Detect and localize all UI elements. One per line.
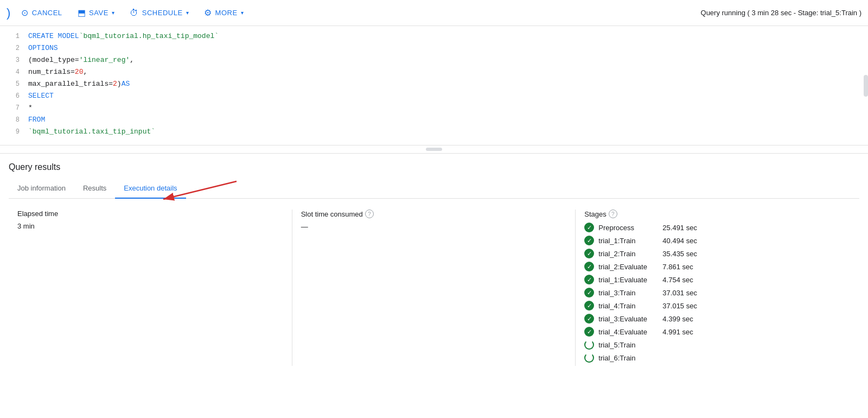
stage-complete-icon: ✓	[584, 236, 594, 245]
vertical-scrollbar[interactable]	[864, 75, 868, 97]
line-number: 2	[4, 42, 20, 54]
code-token: max_parallel_trials=	[28, 78, 113, 90]
code-line: 5 max_parallel_trials=2) AS	[0, 78, 868, 90]
line-number: 1	[4, 30, 20, 42]
code-token: ,	[83, 66, 87, 78]
horizontal-scrollbar-container	[0, 145, 868, 154]
code-token: `bqml_tutorial.hp_taxi_tip_model`	[79, 30, 219, 42]
stages-help-icon[interactable]: ?	[609, 210, 617, 218]
code-line: 6SELECT	[0, 90, 868, 102]
toolbar: ) ⊙ CANCEL ⬒ SAVE ▾ ⏱ SCHEDULE ▾ ⚙ MORE …	[0, 0, 868, 26]
code-token: )	[117, 78, 122, 90]
stage-complete-icon: ✓	[584, 223, 594, 232]
stage-name: trial_3:Evaluate	[598, 315, 658, 323]
line-number: 9	[4, 126, 20, 138]
results-title: Query results	[9, 162, 859, 172]
stage-name: trial_4:Train	[598, 302, 658, 310]
tabs-wrapper: Job informationResultsExecution details	[9, 179, 859, 199]
cancel-button[interactable]: ⊙ CANCEL	[15, 4, 68, 21]
code-token: ,	[130, 54, 134, 66]
schedule-icon: ⏱	[130, 8, 139, 18]
stage-row: ✓trial_1:Evaluate4.754 sec	[584, 275, 851, 284]
more-icon: ⚙	[204, 8, 212, 18]
save-label: SAVE	[89, 9, 108, 17]
code-token: OPTIONS	[28, 42, 58, 54]
stage-name: trial_5:Train	[598, 341, 658, 349]
stage-row: ✓trial_3:Evaluate4.399 sec	[584, 314, 851, 324]
stage-time: 4.399 sec	[662, 315, 693, 323]
code-token: 20	[75, 66, 84, 78]
code-line: 2OPTIONS	[0, 42, 868, 54]
stage-time: 7.861 sec	[662, 263, 693, 271]
schedule-button[interactable]: ⏱ SCHEDULE ▾	[123, 5, 195, 21]
stage-name: trial_2:Train	[598, 250, 658, 258]
loading-spinner: )	[7, 6, 10, 20]
stage-complete-icon: ✓	[584, 275, 594, 284]
code-token: `bqml_tutorial.taxi_tip_input`	[28, 126, 155, 138]
line-number: 6	[4, 90, 20, 102]
stage-time: 4.991 sec	[662, 328, 693, 336]
stage-name: trial_2:Evaluate	[598, 263, 658, 271]
stage-name: trial_3:Train	[598, 289, 658, 297]
stage-row: ✓trial_1:Train40.494 sec	[584, 236, 851, 245]
stage-time: 25.491 sec	[662, 224, 697, 232]
slot-time-help-icon[interactable]: ?	[365, 210, 374, 218]
stage-complete-icon: ✓	[584, 288, 594, 297]
stages-list: ✓Preprocess25.491 sec✓trial_1:Train40.49…	[584, 223, 851, 363]
results-tabs: Job informationResultsExecution details	[9, 179, 859, 199]
line-number: 7	[4, 102, 20, 114]
stage-row: ✓trial_4:Evaluate4.991 sec	[584, 327, 851, 337]
stage-row: ✓trial_4:Train37.015 sec	[584, 301, 851, 311]
cancel-label: CANCEL	[32, 9, 62, 17]
save-chevron-icon: ▾	[112, 10, 115, 16]
schedule-chevron-icon: ▾	[186, 10, 189, 16]
tab-job-information[interactable]: Job information	[9, 179, 74, 199]
stage-name: trial_1:Train	[598, 237, 658, 245]
code-line: 1CREATE MODEL `bqml_tutorial.hp_taxi_tip…	[0, 30, 868, 42]
horizontal-scrollbar-thumb[interactable]	[426, 148, 442, 151]
stage-time: 40.494 sec	[662, 237, 697, 245]
more-button[interactable]: ⚙ MORE ▾	[197, 4, 250, 21]
code-line: 7 *	[0, 102, 868, 114]
stage-row: ✓trial_2:Train35.435 sec	[584, 249, 851, 258]
code-token: AS	[122, 78, 130, 90]
save-button[interactable]: ⬒ SAVE ▾	[71, 4, 122, 21]
results-section: Query results Job informationResultsExec…	[0, 154, 868, 366]
code-line: 9 `bqml_tutorial.taxi_tip_input`	[0, 126, 868, 138]
stage-row: ✓Preprocess25.491 sec	[584, 223, 851, 232]
schedule-label: SCHEDULE	[142, 9, 183, 17]
code-token: 2	[113, 78, 117, 90]
elapsed-time-value: 3 min	[17, 222, 283, 230]
stage-running-icon	[584, 353, 594, 363]
tab-execution-details[interactable]: Execution details	[115, 179, 186, 199]
line-number: 3	[4, 54, 20, 66]
code-token: 'linear_reg'	[79, 54, 130, 66]
save-icon: ⬒	[78, 8, 86, 18]
query-status: Query running ( 3 min 28 sec - Stage: tr…	[701, 9, 861, 17]
code-line: 8FROM	[0, 114, 868, 126]
code-token: FROM	[28, 114, 45, 126]
stage-row: ✓trial_3:Train37.031 sec	[584, 288, 851, 297]
stage-complete-icon: ✓	[584, 327, 594, 337]
elapsed-time-col: Elapsed time 3 min	[9, 210, 292, 366]
more-chevron-icon: ▾	[241, 10, 244, 16]
stage-row: ✓trial_2:Evaluate7.861 sec	[584, 262, 851, 271]
code-token: SELECT	[28, 90, 54, 102]
stages-label: Stages ?	[584, 210, 851, 218]
code-editor[interactable]: 1CREATE MODEL `bqml_tutorial.hp_taxi_tip…	[0, 26, 868, 145]
slot-time-value: —	[301, 223, 567, 231]
stage-time: 37.015 sec	[662, 302, 697, 310]
code-token: model_type=	[33, 54, 79, 66]
stage-row: trial_6:Train	[584, 353, 851, 363]
slot-time-label: Slot time consumed ?	[301, 210, 567, 218]
line-number: 8	[4, 114, 20, 126]
stage-name: trial_1:Evaluate	[598, 276, 658, 284]
slot-time-col: Slot time consumed ? —	[292, 210, 576, 366]
tab-results[interactable]: Results	[74, 179, 115, 199]
stage-complete-icon: ✓	[584, 262, 594, 271]
stage-time: 37.031 sec	[662, 289, 697, 297]
stage-time: 4.754 sec	[662, 276, 693, 284]
code-token: CREATE MODEL	[28, 30, 79, 42]
line-number: 5	[4, 78, 20, 90]
code-token: num_trials=	[28, 66, 75, 78]
